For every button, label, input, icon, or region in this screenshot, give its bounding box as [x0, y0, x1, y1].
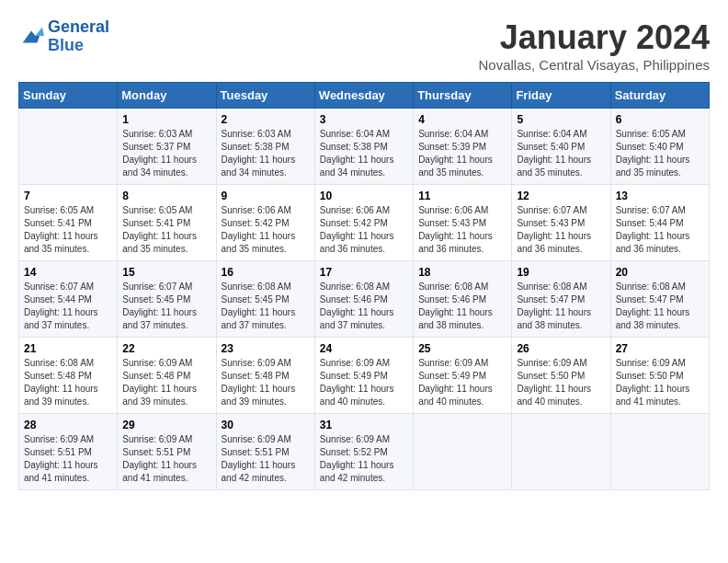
header-day-wednesday: Wednesday	[314, 83, 413, 109]
calendar-header: SundayMondayTuesdayWednesdayThursdayFrid…	[19, 83, 710, 109]
calendar-cell: 6Sunrise: 6:05 AM Sunset: 5:40 PM Daylig…	[610, 109, 709, 185]
day-number: 5	[517, 113, 605, 126]
header-day-monday: Monday	[118, 83, 216, 109]
day-number: 23	[222, 342, 310, 355]
calendar-cell: 25Sunrise: 6:09 AM Sunset: 5:49 PM Dayli…	[414, 338, 512, 414]
week-row-4: 21Sunrise: 6:08 AM Sunset: 5:48 PM Dayli…	[19, 338, 710, 414]
day-number: 19	[517, 266, 605, 279]
calendar-cell: 5Sunrise: 6:04 AM Sunset: 5:40 PM Daylig…	[512, 109, 610, 185]
day-number: 27	[616, 342, 704, 355]
week-row-2: 7Sunrise: 6:05 AM Sunset: 5:41 PM Daylig…	[19, 185, 710, 261]
calendar-cell: 12Sunrise: 6:07 AM Sunset: 5:43 PM Dayli…	[512, 185, 610, 261]
day-info: Sunrise: 6:08 AM Sunset: 5:46 PM Dayligh…	[418, 281, 506, 332]
day-info: Sunrise: 6:08 AM Sunset: 5:47 PM Dayligh…	[616, 281, 704, 332]
day-info: Sunrise: 6:09 AM Sunset: 5:50 PM Dayligh…	[517, 357, 605, 408]
calendar-cell: 20Sunrise: 6:08 AM Sunset: 5:47 PM Dayli…	[610, 261, 709, 338]
calendar-cell: 2Sunrise: 6:03 AM Sunset: 5:38 PM Daylig…	[216, 109, 314, 185]
calendar-body: 1Sunrise: 6:03 AM Sunset: 5:37 PM Daylig…	[19, 109, 710, 490]
day-number: 13	[616, 190, 704, 202]
day-info: Sunrise: 6:07 AM Sunset: 5:44 PM Dayligh…	[616, 204, 704, 256]
calendar-cell: 7Sunrise: 6:05 AM Sunset: 5:41 PM Daylig…	[19, 185, 118, 261]
calendar-cell: 26Sunrise: 6:09 AM Sunset: 5:50 PM Dayli…	[512, 338, 610, 414]
day-info: Sunrise: 6:06 AM Sunset: 5:42 PM Dayligh…	[222, 204, 310, 256]
calendar-title: January 2024	[478, 18, 710, 57]
calendar-cell: 16Sunrise: 6:08 AM Sunset: 5:45 PM Dayli…	[216, 261, 314, 338]
day-number: 6	[616, 113, 704, 126]
day-number: 9	[222, 190, 310, 202]
day-number: 1	[122, 113, 210, 126]
day-info: Sunrise: 6:09 AM Sunset: 5:48 PM Dayligh…	[122, 357, 210, 408]
day-info: Sunrise: 6:04 AM Sunset: 5:39 PM Dayligh…	[418, 128, 506, 179]
day-number: 18	[418, 266, 506, 279]
calendar-cell: 10Sunrise: 6:06 AM Sunset: 5:42 PM Dayli…	[314, 185, 413, 261]
day-info: Sunrise: 6:06 AM Sunset: 5:43 PM Dayligh…	[418, 204, 506, 256]
day-info: Sunrise: 6:09 AM Sunset: 5:49 PM Dayligh…	[418, 357, 506, 408]
calendar-cell: 14Sunrise: 6:07 AM Sunset: 5:44 PM Dayli…	[19, 261, 118, 338]
day-info: Sunrise: 6:08 AM Sunset: 5:45 PM Dayligh…	[222, 281, 310, 332]
day-number: 8	[122, 190, 210, 202]
week-row-3: 14Sunrise: 6:07 AM Sunset: 5:44 PM Dayli…	[19, 261, 710, 338]
calendar-cell: 30Sunrise: 6:09 AM Sunset: 5:51 PM Dayli…	[216, 414, 314, 490]
day-number: 2	[222, 113, 310, 126]
day-info: Sunrise: 6:04 AM Sunset: 5:38 PM Dayligh…	[320, 128, 408, 179]
day-number: 3	[320, 113, 408, 126]
header-day-friday: Friday	[512, 83, 610, 109]
calendar-table: SundayMondayTuesdayWednesdayThursdayFrid…	[18, 82, 710, 490]
day-number: 26	[517, 342, 605, 355]
day-info: Sunrise: 6:07 AM Sunset: 5:43 PM Dayligh…	[517, 204, 605, 256]
day-number: 30	[222, 419, 310, 431]
day-number: 16	[222, 266, 310, 279]
header-day-sunday: Sunday	[19, 83, 118, 109]
day-info: Sunrise: 6:05 AM Sunset: 5:41 PM Dayligh…	[122, 204, 210, 256]
day-number: 21	[24, 342, 112, 355]
calendar-cell: 24Sunrise: 6:09 AM Sunset: 5:49 PM Dayli…	[314, 338, 413, 414]
day-number: 25	[418, 342, 506, 355]
day-number: 17	[320, 266, 408, 279]
calendar-cell: 17Sunrise: 6:08 AM Sunset: 5:46 PM Dayli…	[314, 261, 413, 338]
day-number: 31	[320, 419, 408, 431]
calendar-cell: 28Sunrise: 6:09 AM Sunset: 5:51 PM Dayli…	[19, 414, 118, 490]
logo-text: General Blue	[48, 18, 109, 55]
day-number: 20	[616, 266, 704, 279]
day-info: Sunrise: 6:05 AM Sunset: 5:41 PM Dayligh…	[24, 204, 112, 256]
calendar-cell: 9Sunrise: 6:06 AM Sunset: 5:42 PM Daylig…	[216, 185, 314, 261]
day-info: Sunrise: 6:08 AM Sunset: 5:48 PM Dayligh…	[24, 357, 112, 408]
calendar-cell	[19, 109, 118, 185]
calendar-cell: 18Sunrise: 6:08 AM Sunset: 5:46 PM Dayli…	[414, 261, 512, 338]
day-info: Sunrise: 6:09 AM Sunset: 5:51 PM Dayligh…	[122, 433, 210, 485]
header-row: SundayMondayTuesdayWednesdayThursdayFrid…	[19, 83, 710, 109]
calendar-cell: 27Sunrise: 6:09 AM Sunset: 5:50 PM Dayli…	[610, 338, 709, 414]
logo: General Blue	[18, 18, 109, 55]
calendar-cell: 21Sunrise: 6:08 AM Sunset: 5:48 PM Dayli…	[19, 338, 118, 414]
calendar-cell: 8Sunrise: 6:05 AM Sunset: 5:41 PM Daylig…	[118, 185, 216, 261]
header-day-thursday: Thursday	[414, 83, 512, 109]
day-info: Sunrise: 6:09 AM Sunset: 5:51 PM Dayligh…	[24, 433, 112, 485]
day-info: Sunrise: 6:05 AM Sunset: 5:40 PM Dayligh…	[616, 128, 704, 179]
day-info: Sunrise: 6:04 AM Sunset: 5:40 PM Dayligh…	[517, 128, 605, 179]
calendar-cell: 31Sunrise: 6:09 AM Sunset: 5:52 PM Dayli…	[314, 414, 413, 490]
calendar-cell: 19Sunrise: 6:08 AM Sunset: 5:47 PM Dayli…	[512, 261, 610, 338]
calendar-cell: 22Sunrise: 6:09 AM Sunset: 5:48 PM Dayli…	[118, 338, 216, 414]
day-number: 15	[122, 266, 210, 279]
calendar-cell: 11Sunrise: 6:06 AM Sunset: 5:43 PM Dayli…	[414, 185, 512, 261]
calendar-cell: 15Sunrise: 6:07 AM Sunset: 5:45 PM Dayli…	[118, 261, 216, 338]
calendar-cell	[610, 414, 709, 490]
day-info: Sunrise: 6:09 AM Sunset: 5:49 PM Dayligh…	[320, 357, 408, 408]
calendar-cell: 13Sunrise: 6:07 AM Sunset: 5:44 PM Dayli…	[610, 185, 709, 261]
day-info: Sunrise: 6:03 AM Sunset: 5:38 PM Dayligh…	[222, 128, 310, 179]
day-info: Sunrise: 6:08 AM Sunset: 5:47 PM Dayligh…	[517, 281, 605, 332]
day-info: Sunrise: 6:06 AM Sunset: 5:42 PM Dayligh…	[320, 204, 408, 256]
day-info: Sunrise: 6:09 AM Sunset: 5:52 PM Dayligh…	[320, 433, 408, 485]
day-info: Sunrise: 6:03 AM Sunset: 5:37 PM Dayligh…	[122, 128, 210, 179]
day-info: Sunrise: 6:07 AM Sunset: 5:45 PM Dayligh…	[122, 281, 210, 332]
day-number: 11	[418, 190, 506, 202]
calendar-cell: 23Sunrise: 6:09 AM Sunset: 5:48 PM Dayli…	[216, 338, 314, 414]
week-row-5: 28Sunrise: 6:09 AM Sunset: 5:51 PM Dayli…	[19, 414, 710, 490]
header-day-saturday: Saturday	[610, 83, 709, 109]
header-day-tuesday: Tuesday	[216, 83, 314, 109]
week-row-1: 1Sunrise: 6:03 AM Sunset: 5:37 PM Daylig…	[19, 109, 710, 185]
day-number: 12	[517, 190, 605, 202]
logo-icon	[18, 24, 44, 50]
day-number: 22	[122, 342, 210, 355]
calendar-cell: 3Sunrise: 6:04 AM Sunset: 5:38 PM Daylig…	[314, 109, 413, 185]
